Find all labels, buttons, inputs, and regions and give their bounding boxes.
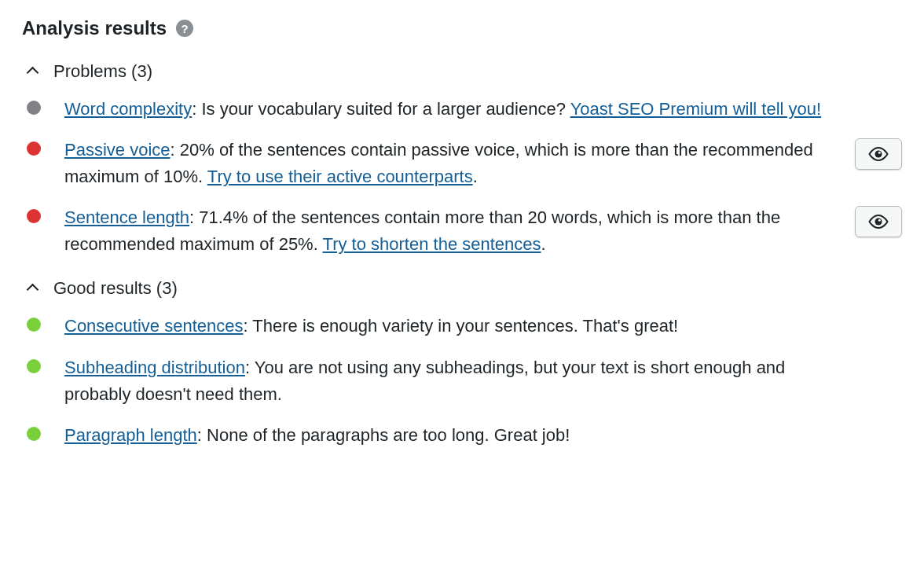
section-count: (3) xyxy=(156,278,178,298)
analysis-item-title-link[interactable]: Paragraph length xyxy=(64,425,197,445)
analysis-item: Sentence length: 71.4% of the sentences … xyxy=(22,204,902,258)
eye-icon xyxy=(867,146,889,162)
analysis-item-text: Passive voice: 20% of the sentences cont… xyxy=(64,137,839,190)
svg-point-1 xyxy=(878,152,881,154)
analysis-item: Word complexity: Is your vocabulary suit… xyxy=(22,96,902,123)
analysis-title: Analysis results xyxy=(22,17,167,39)
section-label: Good results (3) xyxy=(53,278,178,299)
analysis-item-text: Paragraph length: None of the paragraphs… xyxy=(64,422,839,449)
section-label-text: Good results xyxy=(53,278,152,298)
highlight-eye-button[interactable] xyxy=(855,206,902,237)
analysis-item-text: Word complexity: Is your vocabulary suit… xyxy=(64,96,839,123)
analysis-item-text: Subheading distribution: You are not usi… xyxy=(64,354,839,408)
status-bullet-icon xyxy=(27,141,41,156)
svg-point-0 xyxy=(875,151,882,158)
section-toggle-good[interactable]: Good results (3) xyxy=(27,278,902,299)
analysis-item-body: : There is enough variety in your senten… xyxy=(243,316,678,336)
section-count: (3) xyxy=(131,61,152,81)
status-bullet-icon xyxy=(27,427,41,441)
svg-point-2 xyxy=(875,218,882,226)
status-bullet-icon xyxy=(27,318,41,332)
analysis-item-title-link[interactable]: Subheading distribution xyxy=(64,358,245,377)
analysis-item-title-link[interactable]: Passive voice xyxy=(64,140,170,160)
analysis-item-body: : None of the paragraphs are too long. G… xyxy=(197,425,570,445)
status-bullet-icon xyxy=(27,209,41,223)
analysis-item-text: Sentence length: 71.4% of the sentences … xyxy=(64,204,839,258)
analysis-item: Paragraph length: None of the paragraphs… xyxy=(22,422,902,449)
highlight-eye-button[interactable] xyxy=(855,138,902,170)
status-bullet-icon xyxy=(27,101,41,115)
section-label: Problems (3) xyxy=(53,61,152,82)
analysis-item-text: Consecutive sentences: There is enough v… xyxy=(64,313,839,340)
analysis-item-action-link[interactable]: Try to use their active counterparts xyxy=(207,167,473,186)
analysis-item: Subheading distribution: You are not usi… xyxy=(22,354,902,408)
analysis-item-title-link[interactable]: Word complexity xyxy=(64,99,192,119)
analysis-header: Analysis results ? xyxy=(22,17,902,39)
section-label-text: Problems xyxy=(53,61,126,81)
analysis-item-action-link[interactable]: Yoast SEO Premium will tell you! xyxy=(570,99,822,119)
analysis-item-body: : Is your vocabulary suited for a larger… xyxy=(192,99,570,119)
analysis-item: Consecutive sentences: There is enough v… xyxy=(22,313,902,340)
analysis-item: Passive voice: 20% of the sentences cont… xyxy=(22,137,902,190)
analysis-item-tail: . xyxy=(473,167,478,186)
chevron-up-icon xyxy=(27,65,39,78)
svg-point-3 xyxy=(878,219,881,222)
help-icon[interactable]: ? xyxy=(176,20,193,37)
analysis-item-title-link[interactable]: Consecutive sentences xyxy=(64,316,243,336)
analysis-item-action-link[interactable]: Try to shorten the sentences xyxy=(323,234,541,254)
eye-icon xyxy=(867,214,889,229)
analysis-item-title-link[interactable]: Sentence length xyxy=(64,207,189,227)
chevron-up-icon xyxy=(27,282,39,295)
status-bullet-icon xyxy=(27,359,41,373)
section-toggle-problems[interactable]: Problems (3) xyxy=(27,61,902,82)
analysis-item-tail: . xyxy=(541,234,546,254)
